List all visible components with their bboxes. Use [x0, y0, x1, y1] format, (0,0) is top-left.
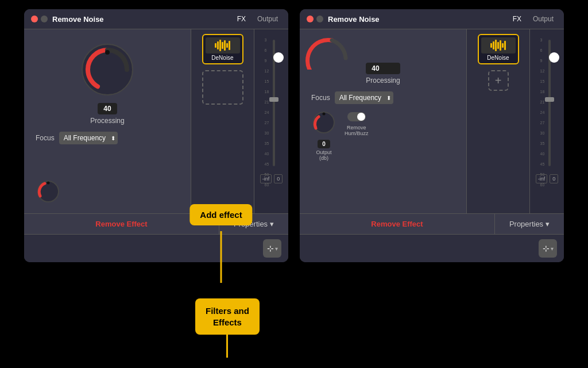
right-remove-effect-button[interactable]: Remove Effect	[300, 214, 495, 234]
right-tab-fx[interactable]: FX	[509, 14, 525, 24]
right-panel: Remove Noise FX Output	[300, 9, 564, 262]
left-vu-scale: 3 6 9 12 15 18 21 24 27 30 35 40	[265, 34, 269, 172]
right-small-controls: 0 Output(db) RemoveHum/Buzz	[305, 110, 369, 161]
left-vu-bottom: -inf 0	[260, 174, 283, 183]
panels-row: Remove Noise FX Output	[24, 9, 564, 262]
left-panel-footer: ⊹ ▾	[24, 234, 288, 262]
left-select-wrapper[interactable]: All Frequency	[59, 132, 118, 144]
tl-red-left[interactable]	[31, 16, 38, 22]
left-small-area	[30, 179, 61, 208]
traffic-lights-left	[31, 16, 48, 22]
right-remove-bar: Remove Effect Properties ▾	[300, 213, 564, 234]
right-small-knob[interactable]	[311, 110, 336, 135]
right-vu-column: 3 6 9 12 15 18 21 24 27 30 35 40	[529, 29, 564, 213]
right-vu-dot	[549, 52, 559, 63]
left-focus-select[interactable]: All Frequency	[59, 132, 118, 144]
right-toggle-thumb	[357, 113, 365, 121]
left-fx-column: DeNoise	[191, 29, 254, 213]
left-fx-card-label: DeNoise	[211, 55, 233, 61]
add-effect-callout: Add effect	[189, 204, 252, 225]
right-fader-thumb[interactable]	[545, 97, 554, 102]
left-small-knob[interactable]	[36, 179, 61, 204]
right-output-label: Output(db)	[316, 150, 331, 161]
right-vu-bottom: -inf 0	[536, 174, 559, 183]
filters-callout: Filters andEffects	[195, 298, 260, 335]
right-focus-label: Focus	[311, 94, 330, 102]
right-top-controls: 40 Processing	[366, 41, 400, 85]
left-vu-dot	[273, 52, 284, 63]
left-focus-label: Focus	[36, 134, 55, 142]
svg-point-3	[47, 182, 50, 185]
add-effect-arrow-line	[220, 231, 222, 283]
left-panel-header: Remove Noise FX Output	[24, 9, 288, 29]
traffic-lights-right	[307, 16, 323, 22]
right-knob-value: 40	[366, 63, 400, 74]
right-partial-knob	[305, 35, 351, 70]
right-fx-wave	[481, 37, 516, 53]
right-knob-label: Processing	[366, 76, 400, 85]
right-select-wrapper[interactable]: All Frequency	[335, 91, 393, 104]
left-knob-value: 40	[98, 103, 117, 114]
left-main-knob[interactable]	[79, 41, 136, 98]
left-tab-output[interactable]: Output	[254, 14, 281, 24]
right-toggle[interactable]	[347, 112, 366, 121]
right-focus-row: Focus All Frequency	[305, 91, 393, 104]
left-fx-section: 40 Processing Focus All Frequency	[24, 29, 191, 213]
left-vu-zero: 0	[274, 174, 283, 183]
tl-yellow-left	[41, 16, 48, 22]
right-panel-header: Remove Noise FX Output	[300, 9, 564, 29]
svg-point-1	[105, 50, 110, 55]
right-fx-card[interactable]: DeNoise	[478, 34, 519, 64]
left-fader-thumb[interactable]	[269, 97, 278, 102]
right-panel-body: 40 Processing Focus All Frequency	[300, 29, 564, 213]
left-tab-fx[interactable]: FX	[234, 14, 249, 24]
left-wave-icon	[215, 40, 230, 51]
left-add-effect-icon[interactable]: ⊹ ▾	[263, 239, 281, 258]
left-vu-column: 3 6 9 12 15 18 21 24 27 30 35 40	[254, 29, 288, 213]
filters-arrow-line	[226, 335, 228, 358]
right-add-fx-button[interactable]: +	[488, 70, 509, 91]
right-properties-button[interactable]: Properties ▾	[495, 214, 564, 234]
left-add-slot[interactable]	[202, 70, 243, 105]
right-fx-column: DeNoise +	[466, 29, 529, 213]
right-hum-label: RemoveHum/Buzz	[345, 125, 369, 136]
filters-callout-container: Filters andEffects	[195, 298, 260, 358]
left-knob-label: Processing	[90, 117, 124, 125]
left-knob-container: 40 Processing	[79, 41, 136, 125]
right-panel-title: Remove Noise	[328, 15, 505, 24]
right-focus-select[interactable]: All Frequency	[335, 91, 393, 104]
svg-point-5	[323, 113, 326, 116]
right-toggle-wrap: RemoveHum/Buzz	[345, 112, 369, 161]
tl-red-right[interactable]	[307, 16, 314, 22]
left-focus-row: Focus All Frequency	[30, 132, 118, 144]
right-vu-scale: 3 6 9 12 15 18 21 24 27 30 35 40	[540, 34, 545, 172]
right-fx-section: 40 Processing Focus All Frequency	[300, 29, 466, 213]
right-add-effect-icon[interactable]: ⊹ ▾	[539, 239, 557, 258]
right-wave-icon	[490, 40, 506, 51]
tl-grey-right	[316, 16, 323, 22]
left-fx-wave	[206, 37, 240, 53]
filters-callout-text: Filters andEffects	[206, 306, 249, 327]
right-vu-zero: 0	[550, 174, 558, 183]
right-fx-card-label: DeNoise	[487, 55, 509, 61]
left-fx-card[interactable]: DeNoise	[202, 34, 243, 64]
right-tab-output[interactable]: Output	[529, 14, 557, 24]
right-panel-footer: ⊹ ▾	[300, 234, 564, 262]
right-output-value: 0	[318, 140, 330, 148]
left-panel-body: 40 Processing Focus All Frequency	[24, 29, 288, 213]
left-panel-title: Remove Noise	[52, 15, 229, 24]
right-small-knob-wrap: 0 Output(db)	[311, 110, 336, 161]
